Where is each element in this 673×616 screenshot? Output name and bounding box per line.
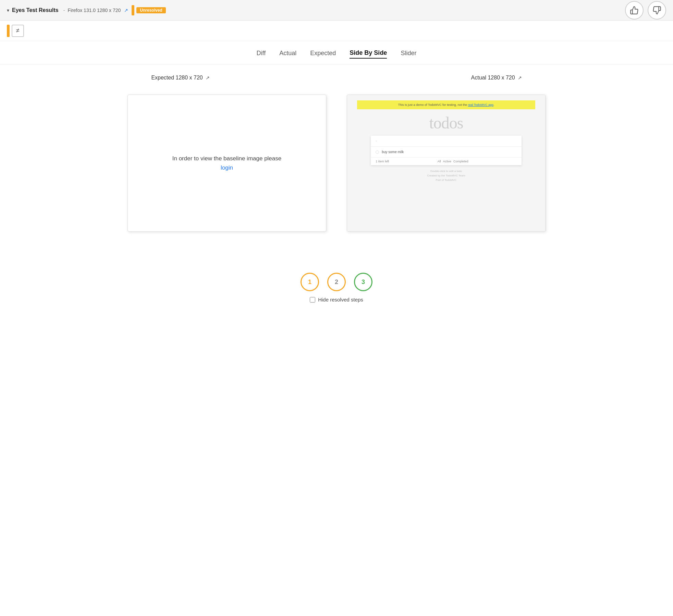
todo-credits-line2: Created by the TodoMVC Team [427,174,465,178]
actual-header: Actual 1280 x 720 ↗ [471,75,522,81]
filter-active[interactable]: Active [443,160,451,163]
side-by-side-panels: In order to view the baseline image plea… [21,95,652,232]
browser-info: Firefox 131.0 1280 x 720 [68,8,121,13]
todo-banner-text: This is just a demo of TodoMVC for testi… [398,103,467,107]
tab-expected[interactable]: Expected [310,50,336,58]
side-by-side-headers: Expected 1280 x 720 ↗ Actual 1280 x 720 … [21,75,652,81]
todo-input-area: › buy some milk 1 item left All Active C… [371,136,521,165]
step-2[interactable]: 2 [327,273,346,291]
todo-credits-line1: Double-click to edit a todo [427,169,465,174]
todo-credits-line3: Part of TodoMVC [427,178,465,183]
hide-resolved-label[interactable]: Hide resolved steps [310,297,363,303]
status-badge: Unresolved [136,7,166,13]
tab-actual[interactable]: Actual [279,50,296,58]
todo-filters: All Active Completed [437,160,468,163]
filter-completed[interactable]: Completed [453,160,468,163]
main-content: Expected 1280 x 720 ↗ Actual 1280 x 720 … [0,64,673,333]
orange-bar [7,25,10,37]
hide-resolved-text: Hide resolved steps [318,297,363,303]
thumbs-down-button[interactable] [648,1,666,20]
todo-footer: 1 item left All Active Completed [371,158,521,165]
steps-area: 1 2 3 Hide resolved steps [21,273,652,323]
expected-panel-content: In order to view the baseline image plea… [172,154,281,172]
actual-external-link[interactable]: ↗ [518,75,522,81]
login-prompt-text: In order to view the baseline image plea… [172,155,281,162]
todo-item-text: buy some milk [382,150,404,154]
steps-circles: 1 2 3 [301,273,372,291]
tab-navigation: Diff Actual Expected Side By Side Slider [0,41,673,64]
tab-side-by-side[interactable]: Side By Side [350,49,387,59]
hide-resolved-checkbox[interactable] [310,297,315,303]
todo-item-row: buy some milk [371,147,521,158]
todo-banner: This is just a demo of TodoMVC for testi… [357,100,535,109]
step-1[interactable]: 1 [301,273,319,291]
todo-banner-link[interactable]: real TodoMVC app [468,103,493,107]
todo-items-left: 1 item left [376,160,389,163]
todo-chevron: › [376,139,377,143]
expected-external-link[interactable]: ↗ [206,75,210,81]
todo-input-bar: › [371,136,521,147]
todo-credits: Double-click to edit a todo Created by t… [427,169,465,182]
expected-header: Expected 1280 x 720 ↗ [151,75,209,81]
actual-panel: This is just a demo of TodoMVC for testi… [347,95,546,232]
external-link-icon[interactable]: ↗ [124,8,128,13]
page-title: Eyes Test Results [12,7,59,13]
collapse-chevron[interactable]: ▾ [7,8,9,13]
todo-title: todos [429,113,463,132]
toolbar: ≠ [0,21,673,41]
actual-label: Actual 1280 x 720 [471,75,515,81]
expected-label: Expected 1280 x 720 [151,75,203,81]
orange-indicator [132,5,134,15]
diff-indicator: ≠ [7,25,24,37]
todo-preview: This is just a demo of TodoMVC for testi… [347,95,545,231]
tab-diff[interactable]: Diff [257,50,266,58]
todo-checkbox[interactable] [376,150,379,154]
neq-button[interactable]: ≠ [12,25,24,37]
filter-all[interactable]: All [437,160,441,163]
header-separator: - [63,8,65,13]
thumbs-up-button[interactable] [625,1,644,20]
expected-panel: In order to view the baseline image plea… [127,95,326,232]
header-bar: ▾ Eyes Test Results - Firefox 131.0 1280… [0,0,673,21]
tab-slider[interactable]: Slider [401,50,416,58]
step-3[interactable]: 3 [354,273,372,291]
header-actions [625,1,666,20]
login-link[interactable]: login [221,164,233,171]
